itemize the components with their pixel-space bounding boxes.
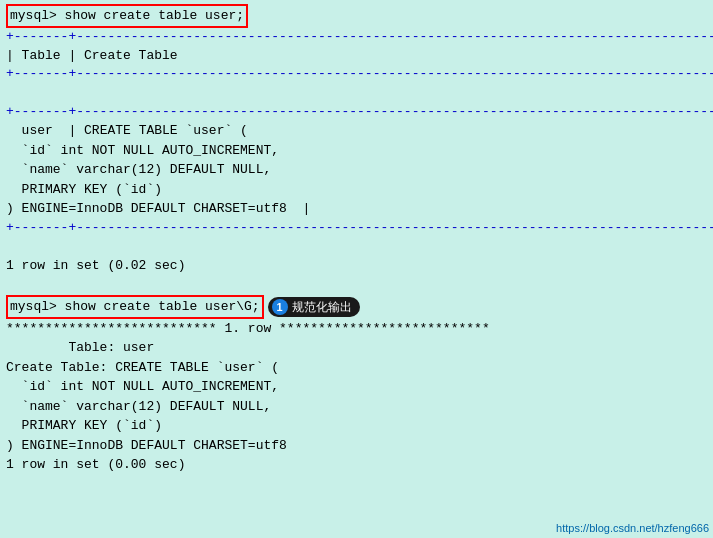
annotation-text: 规范化输出 (292, 298, 352, 316)
prompt-line-1: mysql> show create table user; (6, 4, 707, 28)
watermark: https://blog.csdn.net/hzfeng666 (556, 522, 709, 534)
terminal-window: mysql> show create table user; +-------+… (0, 0, 713, 538)
dashed-border-3: +-------+-------------------------------… (6, 103, 707, 121)
norm-create-line: Create Table: CREATE TABLE `user` ( (6, 358, 707, 378)
result-line-2: 1 row in set (0.00 sec) (6, 455, 707, 475)
empty-line-1 (6, 83, 707, 103)
norm-pk-line: PRIMARY KEY (`id`) (6, 416, 707, 436)
norm-name-line: `name` varchar(12) DEFAULT NULL, (6, 397, 707, 417)
annotation-badge: 1 规范化输出 (268, 297, 360, 317)
badge-number: 1 (272, 299, 288, 315)
table-content-line1: user | CREATE TABLE `user` ( (6, 121, 707, 141)
norm-engine-line: ) ENGINE=InnoDB DEFAULT CHARSET=utf8 (6, 436, 707, 456)
stars-row: *************************** 1. row *****… (6, 319, 707, 339)
prompt-command-1: mysql> show create table user; (6, 4, 248, 28)
table-content-line2: `id` int NOT NULL AUTO_INCREMENT, (6, 141, 707, 161)
prompt-line-2: mysql> show create table user\G; 1 规范化输出 (6, 295, 707, 319)
empty-line-3 (6, 276, 707, 296)
empty-line-2 (6, 237, 707, 257)
table-content-line3: `name` varchar(12) DEFAULT NULL, (6, 160, 707, 180)
dashed-border-1: +-------+-------------------------------… (6, 28, 707, 46)
dashed-border-2: +-------+-------------------------------… (6, 65, 707, 83)
norm-id-line: `id` int NOT NULL AUTO_INCREMENT, (6, 377, 707, 397)
table-content-line4: PRIMARY KEY (`id`) (6, 180, 707, 200)
prompt-command-2: mysql> show create table user\G; (6, 295, 264, 319)
table-content-line5: ) ENGINE=InnoDB DEFAULT CHARSET=utf8 | (6, 199, 707, 219)
dashed-border-4: +-------+-------------------------------… (6, 219, 707, 237)
result-line-1: 1 row in set (0.02 sec) (6, 256, 707, 276)
norm-table-line: Table: user (6, 338, 707, 358)
table-header-row: | Table | Create Table | (6, 46, 707, 66)
table-name: user (22, 123, 53, 138)
